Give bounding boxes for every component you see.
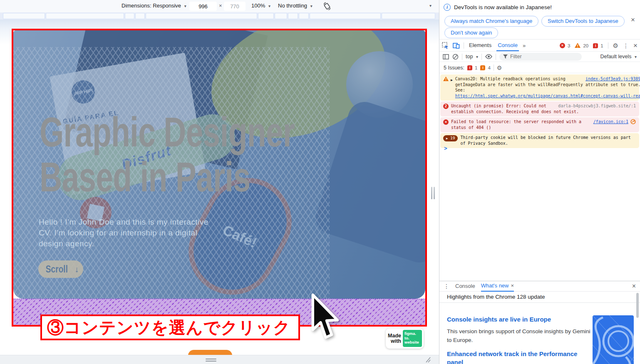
devtools-drawer: ⋮ Console What's new × × Highlights from…: [439, 281, 640, 364]
console-message-third-party-cookie: ▶ 19 Third-party cookie will be blocked …: [440, 133, 639, 148]
media-query-segment[interactable]: [3, 13, 45, 19]
console-message-favicon-404: × Failed to load resource: the server re…: [440, 117, 639, 132]
dimensions-label: Dimensions: Responsive: [122, 2, 181, 9]
message-text: status of 404 (): [451, 125, 636, 131]
chrome-update-thumbnail: [593, 315, 634, 364]
more-tabs-icon[interactable]: »: [523, 42, 526, 49]
related-issue-icon[interactable]: [630, 119, 636, 124]
dont-show-again-button[interactable]: Don't show again: [444, 27, 498, 38]
media-query-segment[interactable]: [299, 13, 309, 19]
source-link[interactable]: index-5cdf3ea9.js:93891: [585, 76, 640, 82]
console-sidebar-toggle-icon[interactable]: [443, 54, 449, 59]
log-levels-selector[interactable]: Default levels ▾: [600, 54, 637, 59]
message-text: Canvas2D: Multiple readback operations u…: [455, 76, 566, 82]
warning-icon: [575, 42, 580, 50]
devtools-tabbar: Elements Console » × 3 20 ! 1: [439, 40, 640, 51]
media-query-segment[interactable]: [382, 13, 435, 19]
throttling-selector[interactable]: No throttling ▾: [278, 2, 313, 9]
rotate-viewport-icon[interactable]: [323, 2, 331, 10]
console-prompt-chevron[interactable]: >: [444, 145, 447, 151]
issue-count-badge[interactable]: ! 1: [593, 43, 603, 48]
media-query-segment[interactable]: [258, 13, 274, 19]
tutorial-annotation-text: ③コンテンツを選んでクリック: [47, 319, 290, 336]
inspect-element-icon[interactable]: [442, 42, 449, 49]
info-icon: i: [444, 4, 451, 11]
figma-to-website-logo: figma. to. website: [403, 330, 422, 347]
media-query-segment[interactable]: [46, 13, 124, 19]
repeat-count-badge[interactable]: ▶ 19: [443, 135, 458, 141]
height-resize-handle[interactable]: [206, 359, 216, 362]
media-query-segment[interactable]: [146, 13, 257, 19]
media-query-segment[interactable]: [135, 13, 145, 19]
hero-title: Graphic Designer Based in Paris: [40, 109, 295, 199]
article-title-console-insights[interactable]: Console insights are live in Europe: [447, 315, 590, 324]
corner-resize-icon[interactable]: [424, 357, 431, 364]
close-icon[interactable]: ×: [631, 17, 635, 23]
issue-icon: !: [480, 65, 485, 70]
execution-context-selector[interactable]: top ▾: [466, 54, 478, 59]
scroll-button[interactable]: Scroll ↓: [38, 260, 83, 278]
mouse-cursor: [310, 292, 340, 346]
issues-bar: 5 Issues: ! 1 ! 4 ⚙: [439, 62, 640, 73]
chevron-down-icon: ▾: [476, 54, 478, 59]
close-drawer-icon[interactable]: ×: [632, 282, 636, 290]
divider: [608, 42, 608, 49]
message-source[interactable]: darla-b4pszcwbj3.figweb.site/:1: [558, 103, 636, 109]
media-query-segment[interactable]: [288, 13, 298, 19]
console-filter[interactable]: [499, 53, 582, 61]
issues-count-label[interactable]: 5 Issues:: [444, 65, 464, 71]
message-text: See:: [455, 87, 640, 93]
viewport-width-input[interactable]: [189, 2, 217, 11]
clear-console-icon[interactable]: [452, 54, 459, 60]
message-text: Third-party cookie will be blocked in fu…: [460, 135, 636, 141]
intro-line: CV. I’m looking for an internship in a d…: [39, 228, 208, 238]
error-count-badge[interactable]: × 3: [560, 43, 570, 48]
error-count: 3: [568, 43, 570, 48]
page-error-badge[interactable]: ! 4: [480, 65, 490, 70]
made-with-figma-badge[interactable]: Made with figma. to. website: [386, 328, 424, 349]
live-expression-eye-icon[interactable]: [485, 54, 492, 59]
source-link[interactable]: /favicon.ico:1: [593, 119, 628, 125]
zoom-selector[interactable]: 100% ▾: [251, 2, 270, 9]
switch-japanese-button[interactable]: Switch DevTools to Japanese: [541, 16, 625, 27]
breaking-count: 1: [475, 65, 477, 70]
warning-count-badge[interactable]: 20: [575, 42, 588, 50]
hero-intro-paragraph: Hello ! I’m John Doe and this is my inte…: [39, 217, 208, 249]
issues-settings-gear-icon[interactable]: ⚙: [497, 64, 502, 71]
message-text: Uncaught (in promise) Error: Could not: [451, 103, 546, 109]
tab-elements[interactable]: Elements: [468, 40, 493, 51]
match-language-button[interactable]: Always match Chrome's language: [444, 16, 538, 27]
settings-gear-icon[interactable]: ⚙: [613, 42, 618, 50]
scrollbar-thumb[interactable]: [636, 293, 639, 318]
doc-link[interactable]: https://html.spec.whatwg.org/multipage/c…: [455, 93, 640, 99]
media-query-segment[interactable]: [310, 13, 381, 19]
article-body-console-insights: This version brings support of Console i…: [447, 327, 590, 344]
device-toolbar: Dimensions: Responsive ▾ × 100% ▾ No thr…: [0, 0, 439, 12]
width-resize-handle[interactable]: [431, 187, 435, 199]
warning-count: 20: [583, 43, 588, 48]
media-query-segment[interactable]: [125, 13, 134, 19]
media-query-segment[interactable]: [275, 13, 287, 19]
disclosure-triangle-icon[interactable]: ▶: [451, 77, 453, 83]
article-title-network-track[interactable]: Enhanced network track in the Performanc…: [447, 350, 590, 364]
made-with-label: Made with: [386, 333, 402, 344]
drawer-kebab-menu-icon[interactable]: ⋮: [444, 283, 449, 290]
kebab-menu-icon[interactable]: ⋮: [623, 42, 629, 49]
breaking-change-badge[interactable]: ! 1: [467, 65, 477, 70]
tab-console[interactable]: Console: [496, 40, 519, 51]
arrow-down-icon: ↓: [74, 265, 79, 274]
whats-new-header: Highlights from the Chrome 128 update: [439, 292, 640, 303]
toolbar-more-chevron-icon[interactable]: ▾: [429, 3, 432, 8]
dimensions-selector[interactable]: Dimensions: Responsive ▾: [122, 2, 186, 9]
message-text: Failed to load resource: the server resp…: [451, 119, 581, 125]
filter-input[interactable]: [510, 54, 573, 59]
drawer-tab-whats-new[interactable]: What's new ×: [481, 281, 514, 292]
viewport-height-input[interactable]: [224, 2, 246, 11]
drawer-tab-console[interactable]: Console: [455, 281, 475, 292]
language-infobar: i DevTools is now available in Japanese!…: [439, 0, 640, 40]
close-tab-icon[interactable]: ×: [511, 281, 514, 291]
intro-line: Hello ! I’m John Doe and this is my inte…: [39, 217, 208, 228]
device-toolbar-toggle-icon[interactable]: [453, 42, 460, 49]
close-devtools-icon[interactable]: ×: [633, 42, 638, 50]
error-icon: ×: [560, 43, 565, 48]
